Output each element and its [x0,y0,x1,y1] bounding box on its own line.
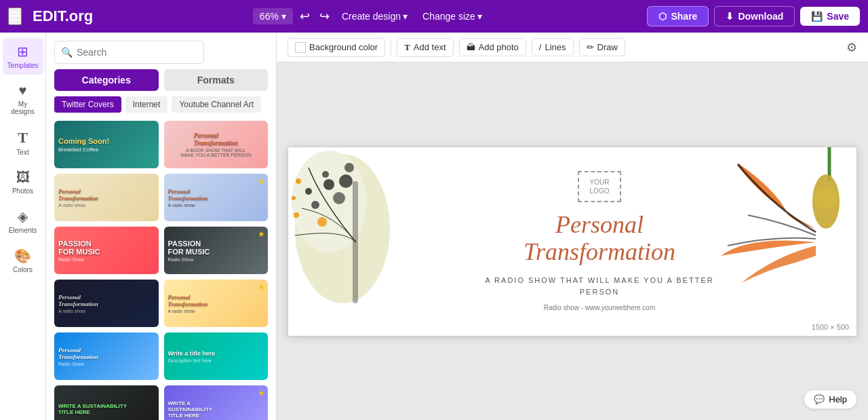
canvas-logo-text: YOURLOGO [590,178,610,195]
add-photo-button[interactable]: 🏔 Add photo [459,38,526,56]
list-item[interactable]: PASSIONFOR MUSIC Radio Show ★ [164,227,269,274]
canvas-area: ‹ [277,62,868,420]
sidebar-item-my-designs[interactable]: ♥ My designs [3,77,43,121]
create-design-chevron-icon: ▾ [403,11,408,22]
sidebar-item-text-label: Text [16,149,28,156]
canvas-website[interactable]: Radio show - www.yourwebhere.com [544,304,656,311]
list-item[interactable]: PersonalTransformation A radio show [54,280,159,327]
app-logo: EDIT.org [33,7,93,25]
list-item[interactable]: WRITE A SUSTAINABILITYTITLE HERE [54,385,159,420]
top-navigation: ☰ EDIT.org 66% ▾ ↩ ↪ Create design ▾ Cha… [0,0,868,33]
templates-grid: Coming Soon! Breakfast Coffee PersonalTr… [46,118,276,420]
list-item[interactable]: PersonalTransformation A radio show [54,174,159,221]
hamburger-menu-button[interactable]: ☰ [8,7,22,25]
draw-icon: ✏ [587,42,594,52]
background-color-square-icon [295,42,306,53]
svg-point-4 [317,217,327,227]
list-item[interactable]: PersonalTransformation A BOOK SHOW THAT … [164,121,269,168]
canvas-butterfly-left [288,147,478,336]
save-icon: 💾 [811,11,823,22]
svg-point-18 [746,155,750,159]
help-button[interactable]: 💬 Help [804,389,857,409]
svg-point-20 [722,257,726,261]
search-input[interactable] [54,41,204,64]
toolbar-divider [391,39,391,56]
sidebar-item-templates-label: Templates [7,62,39,69]
list-item[interactable]: PASSIONFOR MUSIC Radio Show [54,227,159,274]
sidebar-item-colors-label: Colors [13,266,33,273]
filter-tag-internet[interactable]: Internet [125,96,168,113]
add-text-label: Add text [414,42,446,52]
canvas-title-line1: Personal [524,212,675,239]
change-size-label: Change size [422,11,475,22]
lines-label: Lines [545,42,566,52]
tab-categories[interactable]: Categories [54,69,159,91]
list-item[interactable]: Write a title here Description text here [164,332,269,380]
download-button[interactable]: ⬇ Download [714,6,795,26]
svg-point-8 [296,178,301,184]
canvas-settings-icon[interactable]: ⚙ [846,40,857,55]
list-item[interactable]: WRITE ASUSTAINABILITYTITLE HERE ★ [164,385,269,420]
canvas-logo-placeholder[interactable]: YOURLOGO [578,171,622,202]
filter-tag-twitter[interactable]: Twitter Covers [54,96,121,113]
filter-tags: Twitter Covers Internet Youtube Channel … [46,96,276,118]
templates-panel: 🔍 Categories Formats Twitter Covers Inte… [46,33,277,420]
save-button[interactable]: 💾 Save [800,7,860,26]
list-item[interactable]: PersonalTransformation A radio show ★ [164,174,269,221]
svg-point-3 [311,201,319,209]
canvas-frame[interactable]: YOURLOGO Personal Transformation A RADIO… [288,147,857,337]
templates-icon: ⊞ [17,43,28,60]
canvas-subtitle[interactable]: A RADIO SHOW THAT WILL MAKE YOU A BETTER… [478,275,721,297]
text-icon: T [18,129,28,147]
svg-point-12 [344,163,354,172]
sidebar-item-elements-label: Elements [9,227,37,234]
list-item[interactable]: Coming Soon! Breakfast Coffee [54,121,159,168]
create-design-label: Create design [342,11,401,22]
add-text-icon: T [404,42,410,53]
add-photo-label: Add photo [479,42,519,52]
share-icon: ⬡ [658,11,667,22]
save-label: Save [827,11,849,22]
share-button[interactable]: ⬡ Share [647,6,709,26]
download-icon: ⬇ [726,11,734,22]
download-label: Download [738,11,783,22]
zoom-button[interactable]: 66% ▾ [253,8,293,24]
lines-icon: / [539,42,542,52]
nav-center-controls: 66% ▾ ↩ ↪ Create design ▾ Change size ▾ [253,6,488,26]
list-item[interactable]: PersonalTransformation A radio show ★ [164,280,269,327]
change-size-button[interactable]: Change size ▾ [417,8,488,24]
undo-button[interactable]: ↩ [297,6,313,26]
help-label: Help [829,394,847,404]
canvas-title[interactable]: Personal Transformation [524,212,675,265]
list-item[interactable]: PersonalTransformation Radio Show [54,332,159,380]
right-content: Background color T Add text 🏔 Add photo … [277,33,868,420]
main-content: ⊞ Templates ♥ My designs T Text 🖼 Photos… [0,33,868,420]
change-size-chevron-icon: ▾ [477,11,482,22]
create-design-button[interactable]: Create design ▾ [336,8,413,24]
tab-row: Categories Formats [46,69,276,96]
draw-button[interactable]: ✏ Draw [579,38,625,56]
star-badge: ★ [258,229,265,239]
background-color-label: Background color [309,42,378,52]
sidebar-item-photos[interactable]: 🖼 Photos [3,164,43,200]
lines-button[interactable]: / Lines [532,38,574,56]
search-bar: 🔍 [46,33,276,69]
canvas-title-line2: Transformation [524,239,675,266]
filter-tag-youtube[interactable]: Youtube Channel Art [172,96,261,113]
sidebar-item-colors[interactable]: 🎨 Colors [3,242,43,279]
my-designs-icon: ♥ [19,83,27,98]
background-color-button[interactable]: Background color [288,38,385,57]
redo-button[interactable]: ↪ [317,6,332,26]
search-wrapper: 🔍 [54,41,268,64]
colors-icon: 🎨 [14,248,31,264]
canvas-container: YOURLOGO Personal Transformation A RADIO… [288,147,857,337]
butterfly-left-svg [288,147,478,336]
svg-point-17 [733,159,738,165]
sidebar-item-templates[interactable]: ⊞ Templates [3,38,43,75]
svg-point-5 [305,188,312,195]
tab-formats[interactable]: Formats [164,69,269,91]
add-text-button[interactable]: T Add text [397,38,453,57]
sidebar-item-text[interactable]: T Text [3,123,43,161]
add-photo-icon: 🏔 [467,42,475,52]
sidebar-item-elements[interactable]: ◈ Elements [3,203,43,240]
